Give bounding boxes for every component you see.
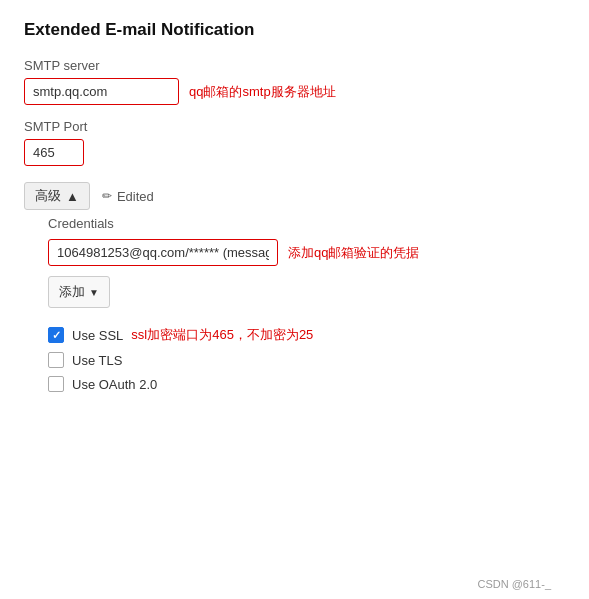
smtp-server-input[interactable] (24, 78, 179, 105)
chevron-up-icon: ▲ (66, 189, 79, 204)
use-ssl-label: Use SSL (72, 328, 123, 343)
smtp-server-label: SMTP server (24, 58, 565, 73)
use-tls-checkbox[interactable] (48, 352, 64, 368)
use-oauth-checkbox[interactable] (48, 376, 64, 392)
page-title: Extended E-mail Notification (24, 20, 565, 40)
add-chevron-icon: ▼ (89, 287, 99, 298)
use-tls-label: Use TLS (72, 353, 122, 368)
advanced-label: 高级 (35, 187, 61, 205)
credentials-label: Credentials (48, 216, 565, 231)
smtp-port-label: SMTP Port (24, 119, 565, 134)
edited-label: Edited (117, 189, 154, 204)
add-button-label: 添加 (59, 283, 85, 301)
add-credentials-button[interactable]: 添加 ▼ (48, 276, 110, 308)
edit-icon: ✏ (102, 189, 112, 203)
smtp-port-input[interactable] (24, 139, 84, 166)
credentials-input[interactable] (48, 239, 278, 266)
watermark: CSDN @611-_ (477, 578, 551, 590)
use-oauth-label: Use OAuth 2.0 (72, 377, 157, 392)
smtp-server-annotation: qq邮箱的smtp服务器地址 (189, 83, 336, 101)
advanced-button[interactable]: 高级 ▲ (24, 182, 90, 210)
use-ssl-checkbox[interactable] (48, 327, 64, 343)
ssl-annotation: ssl加密端口为465，不加密为25 (131, 326, 313, 344)
credentials-annotation: 添加qq邮箱验证的凭据 (288, 244, 419, 262)
